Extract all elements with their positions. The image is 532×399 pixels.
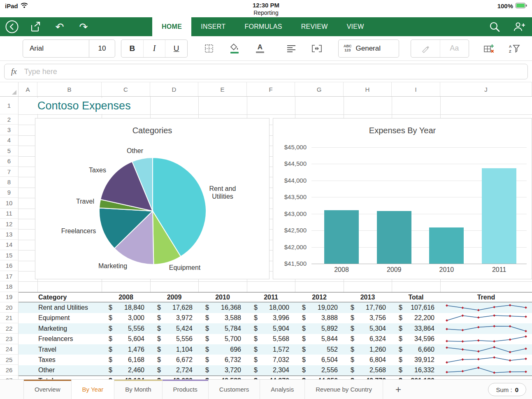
money-cell[interactable]: $1,260 bbox=[344, 344, 392, 355]
trend-cell[interactable] bbox=[440, 376, 532, 379]
money-cell[interactable]: $17,628 bbox=[150, 302, 198, 313]
row-header-19[interactable]: 19 bbox=[0, 292, 19, 302]
money-cell[interactable]: $2,724 bbox=[150, 365, 198, 376]
sheet-tab-analysis[interactable]: Analysis bbox=[260, 380, 305, 399]
money-cell[interactable]: $6,504 bbox=[295, 355, 344, 365]
row-header-20[interactable]: 20 bbox=[0, 302, 19, 313]
trend-cell[interactable] bbox=[440, 355, 532, 365]
spacer-cell[interactable] bbox=[19, 292, 37, 302]
total-cell[interactable]: $39,912 bbox=[392, 355, 440, 365]
total-cell[interactable]: $16,332 bbox=[392, 365, 440, 376]
insert-delete-cells-icon[interactable] bbox=[479, 39, 499, 58]
row-header-15[interactable]: 15 bbox=[0, 250, 19, 260]
row-header-25[interactable]: 25 bbox=[0, 355, 19, 365]
money-cell[interactable]: $6,324 bbox=[344, 334, 392, 344]
sheet-tab-customers[interactable]: Customers bbox=[209, 380, 260, 399]
money-cell[interactable]: $5,844 bbox=[295, 334, 344, 344]
column-header-I[interactable]: I bbox=[392, 82, 440, 96]
category-cell[interactable]: Travel bbox=[37, 344, 102, 355]
tab-insert[interactable]: INSERT bbox=[191, 17, 235, 36]
header-trend[interactable]: Trend bbox=[440, 292, 532, 302]
trend-cell[interactable] bbox=[440, 344, 532, 355]
row-header-22[interactable]: 22 bbox=[0, 323, 19, 334]
table-row-equipment[interactable]: Equipment$3,000$3,972$3,588$3,996$3,888$… bbox=[19, 313, 532, 323]
tab-home[interactable]: HOME bbox=[152, 17, 191, 36]
select-all-corner[interactable] bbox=[0, 82, 19, 96]
undo-icon[interactable]: ↶ bbox=[53, 20, 67, 34]
spacer-cell[interactable] bbox=[19, 365, 37, 376]
row-header-17[interactable]: 17 bbox=[0, 271, 19, 281]
row-header-11[interactable]: 11 bbox=[0, 209, 19, 219]
row-header-16[interactable]: 16 bbox=[0, 260, 19, 271]
column-header-F[interactable]: F bbox=[247, 82, 295, 96]
column-header-B[interactable]: B bbox=[37, 82, 102, 96]
trend-cell[interactable] bbox=[440, 365, 532, 376]
money-cell[interactable]: $2,460 bbox=[102, 365, 150, 376]
add-person-icon[interactable] bbox=[512, 20, 526, 34]
money-cell[interactable]: $18,000 bbox=[247, 302, 295, 313]
column-header-E[interactable]: E bbox=[198, 82, 247, 96]
grand-total-cell[interactable]: $261,180 bbox=[392, 376, 440, 379]
money-cell[interactable]: $18,840 bbox=[102, 302, 150, 313]
category-cell[interactable]: Rent and Utilities bbox=[37, 302, 102, 313]
money-cell[interactable]: $44,256 bbox=[295, 376, 344, 379]
money-cell[interactable]: $44,376 bbox=[247, 376, 295, 379]
spacer-cell[interactable] bbox=[19, 334, 37, 344]
column-header-C[interactable]: C bbox=[102, 82, 150, 96]
row-header-10[interactable]: 10 bbox=[0, 198, 19, 208]
header-2009[interactable]: 2009 bbox=[150, 292, 198, 302]
money-cell[interactable]: $6,732 bbox=[198, 355, 247, 365]
money-cell[interactable]: $43,080 bbox=[150, 376, 198, 379]
money-cell[interactable]: $5,556 bbox=[102, 323, 150, 334]
table-row-travel[interactable]: Travel$1,476$1,104$696$1,572$552$1,260$6… bbox=[19, 344, 532, 355]
category-cell[interactable]: Taxes bbox=[37, 355, 102, 365]
bar-chart-frame[interactable]: Expenses By Year $45,000$44,500$44,000$4… bbox=[273, 118, 532, 279]
total-cell[interactable]: $33,864 bbox=[392, 323, 440, 334]
fill-color-icon[interactable] bbox=[225, 39, 244, 58]
row-header-5[interactable]: 5 bbox=[0, 146, 19, 156]
row-header-1[interactable]: 1 bbox=[0, 97, 19, 114]
row-header-12[interactable]: 12 bbox=[0, 219, 19, 229]
format-painter-icon[interactable] bbox=[411, 40, 440, 57]
row-header-2[interactable]: 2 bbox=[0, 114, 19, 125]
trend-cell[interactable] bbox=[440, 313, 532, 323]
font-selector[interactable]: Arial 10 bbox=[23, 39, 115, 58]
pie-chart-frame[interactable]: Categories Rent and UtilitiesEquipmentMa… bbox=[35, 118, 269, 279]
bar-2011[interactable] bbox=[482, 168, 516, 264]
trend-cell[interactable] bbox=[440, 323, 532, 334]
money-cell[interactable]: $16,368 bbox=[198, 302, 247, 313]
formula-input[interactable]: fx Type here bbox=[4, 64, 528, 79]
column-header-H[interactable]: H bbox=[344, 82, 392, 96]
row-header-21[interactable]: 21 bbox=[0, 313, 19, 323]
money-cell[interactable]: $17,760 bbox=[344, 302, 392, 313]
sheet-tab-by-month[interactable]: By Month bbox=[114, 380, 162, 399]
spacer-cell[interactable] bbox=[19, 313, 37, 323]
money-cell[interactable]: $5,892 bbox=[295, 323, 344, 334]
money-cell[interactable]: $3,888 bbox=[295, 313, 344, 323]
money-cell[interactable]: $19,020 bbox=[295, 302, 344, 313]
row-header-3[interactable]: 3 bbox=[0, 125, 19, 135]
table-row-rent-and-utilities[interactable]: Rent and Utilities$18,840$17,628$16,368$… bbox=[19, 302, 532, 313]
title-cell[interactable]: Contoso Expenses bbox=[37, 98, 145, 114]
money-cell[interactable]: $5,784 bbox=[198, 323, 247, 334]
money-cell[interactable]: $1,476 bbox=[102, 344, 150, 355]
table-row-other[interactable]: Other$2,460$2,724$3,720$2,304$2,556$2,56… bbox=[19, 365, 532, 376]
spreadsheet-grid[interactable]: 1234567891011121314151617181920212223242… bbox=[0, 97, 532, 379]
money-cell[interactable]: $5,304 bbox=[344, 323, 392, 334]
add-sheet-button[interactable]: + bbox=[386, 380, 410, 399]
row-header-13[interactable]: 13 bbox=[0, 229, 19, 239]
money-cell[interactable]: $3,996 bbox=[247, 313, 295, 323]
font-size[interactable]: 10 bbox=[89, 44, 115, 53]
spacer-cell[interactable] bbox=[19, 376, 37, 379]
money-cell[interactable]: $5,568 bbox=[247, 334, 295, 344]
header-2013[interactable]: 2013 bbox=[344, 292, 392, 302]
money-cell[interactable]: $7,032 bbox=[247, 355, 295, 365]
table-row-freelancers[interactable]: Freelancers$5,604$5,556$5,700$5,568$5,84… bbox=[19, 334, 532, 344]
italic-button[interactable]: I bbox=[143, 40, 165, 57]
expense-table[interactable]: Category200820092010201120122013TotalTre… bbox=[19, 292, 532, 379]
money-cell[interactable]: $5,556 bbox=[150, 334, 198, 344]
category-cell[interactable]: Total bbox=[37, 376, 102, 379]
category-cell[interactable]: Equipment bbox=[37, 313, 102, 323]
back-icon[interactable] bbox=[5, 20, 19, 34]
column-header-G[interactable]: G bbox=[295, 82, 344, 96]
